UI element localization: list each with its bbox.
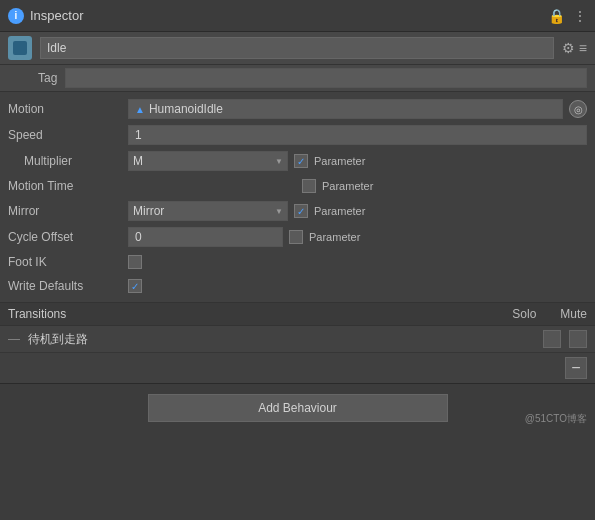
- cycle-offset-input[interactable]: [128, 227, 283, 247]
- remove-transition-button[interactable]: −: [565, 357, 587, 379]
- cycle-offset-label: Cycle Offset: [8, 230, 128, 244]
- multiplier-dropdown[interactable]: M ▼: [128, 151, 288, 171]
- mirror-checkbox[interactable]: [294, 204, 308, 218]
- component-name-input[interactable]: [40, 37, 554, 59]
- transition-solo-box[interactable]: [543, 330, 561, 348]
- foot-ik-checkbox[interactable]: [128, 255, 142, 269]
- motion-time-param-label: Parameter: [322, 180, 373, 192]
- speed-row: Speed: [0, 122, 595, 148]
- cycle-offset-checkbox[interactable]: [289, 230, 303, 244]
- settings-icon[interactable]: ⚙: [562, 40, 575, 56]
- transitions-label: Transitions: [8, 307, 512, 321]
- mirror-param-label: Parameter: [314, 205, 365, 217]
- transition-name-text: 待机到走路: [28, 331, 535, 348]
- motion-value: ▲ HumanoidIdle ◎: [128, 99, 587, 119]
- write-defaults-row: Write Defaults: [0, 274, 595, 298]
- component-btns: ⚙ ≡: [562, 40, 587, 56]
- lock-icon[interactable]: 🔒: [548, 8, 565, 24]
- mirror-value: Mirror ▼ Parameter: [128, 201, 587, 221]
- motion-input-field[interactable]: ▲ HumanoidIdle: [128, 99, 563, 119]
- mirror-dropdown-arrow: ▼: [275, 207, 283, 216]
- motion-time-value: Parameter: [128, 179, 587, 193]
- component-header: ⚙ ≡: [0, 32, 595, 65]
- speed-label: Speed: [8, 128, 128, 142]
- menu-icon[interactable]: ⋮: [573, 8, 587, 24]
- motion-circle-button[interactable]: ◎: [569, 100, 587, 118]
- component-icon: [8, 36, 32, 60]
- properties-panel: Motion ▲ HumanoidIdle ◎ Speed Multiplier…: [0, 92, 595, 302]
- write-defaults-label: Write Defaults: [8, 279, 128, 293]
- minus-row: −: [0, 353, 595, 383]
- mirror-label: Mirror: [8, 204, 128, 218]
- multiplier-param-label: Parameter: [314, 155, 365, 167]
- transitions-header: Transitions Solo Mute: [0, 302, 595, 326]
- component-icon-inner: [13, 41, 27, 55]
- foot-ik-row: Foot IK: [0, 250, 595, 274]
- motion-row: Motion ▲ HumanoidIdle ◎: [0, 96, 595, 122]
- speed-value: [128, 125, 587, 145]
- multiplier-row: Multiplier M ▼ Parameter: [0, 148, 595, 174]
- foot-ik-label: Foot IK: [8, 255, 128, 269]
- options-icon[interactable]: ≡: [579, 40, 587, 56]
- title-bar: i Inspector 🔒 ⋮: [0, 0, 595, 32]
- inspector-icon: i: [8, 8, 24, 24]
- motion-value-text: HumanoidIdle: [149, 102, 223, 116]
- tag-input[interactable]: [65, 68, 587, 88]
- speed-input[interactable]: [128, 125, 587, 145]
- multiplier-dropdown-arrow: ▼: [275, 157, 283, 166]
- transition-mute-box[interactable]: [569, 330, 587, 348]
- tag-row: Tag: [0, 65, 595, 92]
- title-text: Inspector: [30, 8, 83, 23]
- cycle-offset-value: Parameter: [128, 227, 587, 247]
- multiplier-checkbox[interactable]: [294, 154, 308, 168]
- motion-arrow-icon: ▲: [135, 104, 145, 115]
- motion-time-row: Motion Time Parameter: [0, 174, 595, 198]
- motion-label: Motion: [8, 102, 128, 116]
- transition-arrow-icon: —: [8, 332, 20, 346]
- title-right: 🔒 ⋮: [548, 8, 587, 24]
- write-defaults-value: [128, 279, 587, 293]
- motion-time-label: Motion Time: [8, 179, 128, 193]
- foot-ik-value: [128, 255, 587, 269]
- mirror-dropdown-text: Mirror: [133, 204, 271, 218]
- cycle-offset-param-label: Parameter: [309, 231, 360, 243]
- write-defaults-checkbox[interactable]: [128, 279, 142, 293]
- mirror-row: Mirror Mirror ▼ Parameter: [0, 198, 595, 224]
- footer: Add Behaviour @51CTO博客: [0, 383, 595, 432]
- solo-mute-labels: Solo Mute: [512, 307, 587, 321]
- mirror-dropdown[interactable]: Mirror ▼: [128, 201, 288, 221]
- solo-label: Solo: [512, 307, 536, 321]
- transition-item: — 待机到走路: [0, 326, 595, 353]
- cycle-offset-row: Cycle Offset Parameter: [0, 224, 595, 250]
- mute-label: Mute: [560, 307, 587, 321]
- multiplier-label: Multiplier: [8, 154, 128, 168]
- multiplier-value: M ▼ Parameter: [128, 151, 587, 171]
- title-left: i Inspector: [8, 8, 83, 24]
- motion-time-checkbox[interactable]: [302, 179, 316, 193]
- tag-label: Tag: [38, 71, 57, 85]
- watermark-text: @51CTO博客: [525, 412, 587, 426]
- multiplier-dropdown-text: M: [133, 154, 271, 168]
- add-behaviour-button[interactable]: Add Behaviour: [148, 394, 448, 422]
